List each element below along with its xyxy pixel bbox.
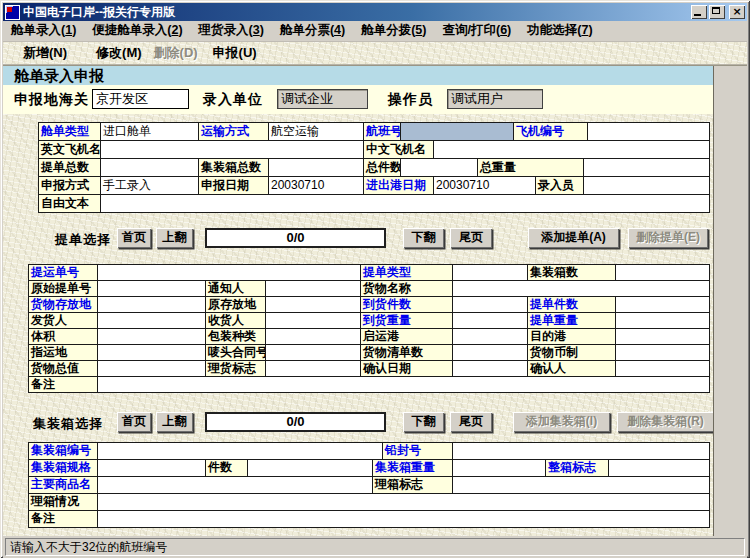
maximize-icon [712, 7, 720, 14]
field-label: 集装箱规格 [29, 460, 98, 477]
flight-number-input[interactable] [401, 123, 514, 141]
field-label: 自由文本 [39, 195, 101, 213]
field-value[interactable] [584, 159, 710, 177]
field-value[interactable] [453, 477, 710, 494]
field-label: 提单重量 [528, 313, 616, 329]
menu-item-query-print[interactable]: 查询/打印(6) [434, 20, 519, 42]
field-value[interactable] [616, 345, 710, 361]
field-value[interactable] [98, 329, 206, 345]
field-value[interactable] [453, 281, 710, 297]
table-row: 原始提单号通知人货物名称 [29, 281, 710, 297]
field-value[interactable]: 20030710 [269, 177, 364, 195]
field-label: 总件数 [364, 159, 401, 177]
field-value[interactable] [453, 361, 528, 377]
field-value[interactable] [266, 297, 361, 313]
field-value[interactable] [616, 361, 710, 377]
field-value[interactable] [434, 141, 710, 159]
field-value[interactable] [98, 477, 373, 494]
field-value[interactable] [453, 297, 528, 313]
table-row: 提单总数集装箱总数总件数总重量 [39, 159, 710, 177]
table-row: 体积包装种类启运港目的港 [29, 329, 710, 345]
field-value[interactable] [98, 265, 361, 281]
field-value[interactable]: 手工录入 [101, 177, 199, 195]
title-bar[interactable]: 中国电子口岸--报关行专用版 × [3, 3, 747, 21]
menu-item-manifest-split[interactable]: 舱单分票(4) [272, 20, 353, 42]
field-value[interactable] [101, 141, 364, 159]
menu-item-manifest-entry[interactable]: 舱单录入(1) [3, 20, 84, 42]
table-row: 自由文本 [39, 195, 710, 213]
field-label: 通知人 [206, 281, 266, 297]
field-label: 原始提单号 [29, 281, 98, 297]
field-value[interactable] [269, 159, 364, 177]
field-value[interactable] [266, 361, 361, 377]
add-bill-button[interactable]: 添加提单(A) [528, 228, 619, 248]
field-value[interactable] [453, 345, 528, 361]
table-row: 主要商品名理箱标志 [29, 477, 710, 494]
field-value[interactable] [98, 494, 710, 511]
field-value[interactable] [98, 313, 206, 329]
field-value[interactable] [401, 159, 478, 177]
field-value[interactable] [98, 511, 710, 528]
container-prev-button[interactable]: 上翻 [156, 412, 193, 432]
field-value[interactable] [266, 313, 361, 329]
field-label: 主要商品名 [29, 477, 98, 494]
field-label: 原存放地 [206, 297, 266, 313]
field-label: 货物总值 [29, 361, 98, 377]
maximize-button[interactable] [709, 5, 725, 19]
bill-first-page-button[interactable]: 首页 [117, 228, 151, 248]
bill-last-page-button[interactable]: 尾页 [450, 228, 492, 248]
menu-item-manifest-distribution[interactable]: 舱单分拨(5) [353, 20, 434, 42]
field-value[interactable] [98, 345, 206, 361]
field-label: 集装箱总数 [199, 159, 269, 177]
toolbar-button-new[interactable]: 新增(N) [23, 44, 67, 62]
toolbar-button-delete: 删除(D) [154, 44, 198, 62]
field-value[interactable] [616, 313, 710, 329]
field-value[interactable] [266, 281, 361, 297]
field-value[interactable] [101, 159, 199, 177]
operator-field[interactable]: 调试用户 [447, 89, 543, 109]
field-value[interactable]: 20030710 [434, 177, 536, 195]
field-value[interactable] [453, 313, 528, 329]
bill-prev-button[interactable]: 上翻 [156, 228, 193, 248]
field-value[interactable] [453, 443, 710, 460]
toolbar-button-declare[interactable]: 申报(U) [213, 44, 257, 62]
field-value[interactable]: 进口舱单 [101, 123, 199, 141]
bill-next-button[interactable]: 下翻 [403, 228, 444, 248]
field-value[interactable] [588, 123, 710, 141]
field-value[interactable] [248, 460, 373, 477]
field-value[interactable] [453, 329, 528, 345]
minimize-button[interactable] [691, 5, 707, 19]
field-value[interactable]: 航空运输 [269, 123, 364, 141]
field-value[interactable] [453, 460, 546, 477]
field-value[interactable] [98, 297, 206, 313]
field-value[interactable] [98, 361, 206, 377]
container-last-page-button[interactable]: 尾页 [450, 412, 492, 432]
declare-customs-input[interactable]: 京开发区 [92, 89, 189, 109]
table-row: 舱单类型进口舱单运输方式航空运输航班号飞机编号 [39, 123, 710, 141]
toolbar-button-modify[interactable]: 修改(M) [96, 44, 142, 62]
menu-item-tally-entry[interactable]: 理货录入(3) [191, 20, 272, 42]
field-label: 件数 [206, 460, 248, 477]
table-row: 理箱情况 [29, 494, 710, 511]
field-value[interactable] [98, 281, 206, 297]
field-value[interactable] [266, 329, 361, 345]
field-value[interactable] [616, 329, 710, 345]
field-value[interactable] [98, 377, 710, 393]
menu-item-quick-manifest-entry[interactable]: 便捷舱单录入(2) [84, 20, 190, 42]
field-value[interactable] [616, 297, 710, 313]
field-label: 货物币制 [528, 345, 616, 361]
field-value[interactable] [98, 443, 383, 460]
container-next-button[interactable]: 下翻 [403, 412, 444, 432]
entry-unit-field[interactable]: 调试企业 [277, 89, 368, 109]
close-button[interactable]: × [729, 5, 745, 19]
toolbar: 新增(N) 修改(M) 删除(D) 申报(U) [3, 42, 747, 65]
field-value[interactable] [101, 195, 710, 213]
field-value[interactable] [453, 265, 528, 281]
menu-item-function-select[interactable]: 功能选择(7) [519, 20, 600, 42]
container-first-page-button[interactable]: 首页 [117, 412, 151, 432]
field-value[interactable] [98, 460, 206, 477]
field-value[interactable] [616, 265, 710, 281]
field-value[interactable] [266, 345, 361, 361]
field-value[interactable] [609, 460, 710, 477]
field-value[interactable] [584, 177, 710, 195]
